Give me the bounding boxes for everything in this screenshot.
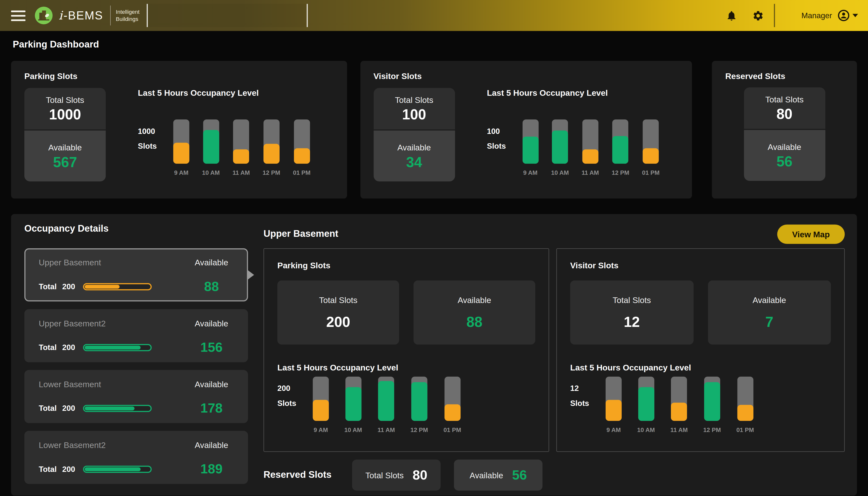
occupancy-bar-track xyxy=(264,119,280,164)
chart-category-label: 01 PM xyxy=(444,427,461,433)
chart-title: Last 5 Hours Occupancy Level xyxy=(570,363,831,372)
floor-name: Upper Basement xyxy=(39,258,101,267)
bar-column: 10 AM xyxy=(344,377,362,433)
occupancy-bar-track xyxy=(522,119,538,164)
available-value: 7 xyxy=(765,314,773,330)
chart-category-label: 9 AM xyxy=(314,427,328,433)
total-slots-value: 80 xyxy=(776,106,792,122)
occupancy-bar-fill xyxy=(233,150,249,164)
occupancy-progress-bar xyxy=(83,283,151,290)
chart-category-label: 10 AM xyxy=(344,427,362,433)
occupancy-floor-item[interactable]: Upper BasementAvailableTotal20088 xyxy=(25,248,248,301)
chart-category-label: 12 PM xyxy=(612,169,629,176)
available-value: 88 xyxy=(466,314,482,330)
settings-gear-icon[interactable] xyxy=(752,10,764,21)
bar-column: 11 AM xyxy=(582,119,599,176)
occupancy-progress-bar xyxy=(83,405,151,412)
total-slots-value: 12 xyxy=(624,314,640,330)
bar-column: 12 PM xyxy=(263,119,280,176)
page-title: Parking Dashboard xyxy=(13,40,857,50)
occupancy-section-panel: Occupancy Details Upper BasementAvailabl… xyxy=(11,214,857,496)
view-map-button[interactable]: View Map xyxy=(777,224,844,244)
occupancy-floor-item[interactable]: Upper Basement2AvailableTotal200156 xyxy=(25,309,248,362)
bar-column: 12 PM xyxy=(703,377,721,433)
chart-category-label: 11 AM xyxy=(582,169,599,176)
total-value: 200 xyxy=(62,404,75,413)
reserved-stat-box: Total Slots 80 Available 56 xyxy=(744,88,825,181)
available-value: 34 xyxy=(406,154,422,170)
reserved-available-box: Available 56 xyxy=(454,460,542,491)
summary-card-visitor: Visitor Slots Total Slots 100 Available … xyxy=(360,61,692,198)
occupancy-floor-item[interactable]: Lower Basement2AvailableTotal200189 xyxy=(25,431,248,484)
card-title: Parking Slots xyxy=(25,72,334,81)
chart-title: Last 5 Hours Occupancy Level xyxy=(278,363,535,372)
bar-column: 10 AM xyxy=(551,119,569,176)
floor-reserved-row: Reserved Slots Total Slots 80 Available … xyxy=(264,460,844,491)
chart-category-label: 9 AM xyxy=(174,169,189,176)
occupancy-bar-fill xyxy=(552,130,568,164)
occupancy-bar-fill xyxy=(643,148,659,164)
total-slots-value: 80 xyxy=(413,467,427,483)
occupancy-chart-summary-parking: 1000Slots9 AM10 AM11 AM12 PM01 PM xyxy=(138,119,311,176)
occupancy-details-title: Occupancy Details xyxy=(25,223,248,235)
bar-column: 12 PM xyxy=(410,377,428,433)
occupancy-bar-track xyxy=(671,377,687,421)
occupancy-progress-bar xyxy=(83,344,151,351)
chart-category-label: 01 PM xyxy=(642,169,660,176)
visitor-stat-box: Total Slots 100 Available 34 xyxy=(374,88,455,182)
available-value: 88 xyxy=(186,280,237,293)
account-menu[interactable] xyxy=(837,9,858,21)
available-value: 189 xyxy=(186,462,237,476)
chart-title: Last 5 Hours Occupancy Level xyxy=(138,88,311,97)
available-label: Available xyxy=(186,319,237,328)
chart-category-label: 12 PM xyxy=(703,427,721,433)
total-slots-box: Total Slots 12 xyxy=(570,280,693,345)
occupancy-bar-fill xyxy=(613,136,629,164)
chart-category-label: 01 PM xyxy=(293,169,311,176)
floor-total: Total200 xyxy=(39,465,151,474)
occupancy-bar-fill xyxy=(582,150,598,164)
panel-title: Parking Slots xyxy=(278,260,535,270)
occupancy-floor-list: Upper BasementAvailableTotal20088Upper B… xyxy=(25,248,248,484)
bar-column: 01 PM xyxy=(293,119,311,176)
occupancy-bar-fill xyxy=(605,400,622,421)
total-value: 200 xyxy=(62,282,75,291)
summary-cards-row: Parking Slots Total Slots 1000 Available… xyxy=(11,61,857,198)
occupancy-progress-fill xyxy=(85,284,120,289)
total-slots-value: 200 xyxy=(326,314,350,330)
card-title: Visitor Slots xyxy=(374,72,679,81)
summary-card-reserved: Reserved Slots Total Slots 80 Available … xyxy=(712,61,857,198)
bar-column: 11 AM xyxy=(670,377,688,433)
total-value: 200 xyxy=(62,465,75,474)
occupancy-bar-track xyxy=(582,119,598,164)
header-divider xyxy=(774,4,775,27)
chart-category-label: 12 PM xyxy=(263,169,280,176)
chart-category-label: 9 AM xyxy=(523,169,538,176)
occupancy-bar-fill xyxy=(671,403,687,421)
brand-title: i-BEMS xyxy=(59,9,103,22)
header-actions: Manager xyxy=(725,4,858,27)
total-slots-value: 100 xyxy=(402,107,426,122)
occupancy-bar-fill xyxy=(264,144,280,164)
chevron-down-icon xyxy=(852,14,858,17)
occupancy-details-column: Occupancy Details Upper BasementAvailabl… xyxy=(25,223,248,496)
occupancy-bar-track xyxy=(613,119,629,164)
notifications-bell-icon[interactable] xyxy=(725,10,737,21)
page-content: Parking Dashboard Parking Slots Total Sl… xyxy=(0,40,868,496)
bar-column: 9 AM xyxy=(173,119,189,176)
total-slots-value: 1000 xyxy=(49,107,81,122)
menu-icon[interactable] xyxy=(11,10,25,21)
available-box: Available 7 xyxy=(708,280,831,345)
chart-axis-label: 12Slots xyxy=(570,381,605,411)
floor-name: Lower Basement xyxy=(39,379,101,389)
bar-column: 11 AM xyxy=(233,119,250,176)
floor-parking-panel: Parking Slots Total Slots 200 Available … xyxy=(264,248,549,452)
total-label: Total xyxy=(39,343,57,352)
total-label: Total xyxy=(39,465,57,474)
available-value: 56 xyxy=(776,153,792,169)
chart-title: Last 5 Hours Occupancy Level xyxy=(487,88,660,97)
occupancy-floor-item[interactable]: Lower BasementAvailableTotal200178 xyxy=(25,370,248,423)
summary-card-parking: Parking Slots Total Slots 1000 Available… xyxy=(11,61,347,198)
occupancy-bar-track xyxy=(294,119,310,164)
occupancy-bar-fill xyxy=(378,381,394,421)
